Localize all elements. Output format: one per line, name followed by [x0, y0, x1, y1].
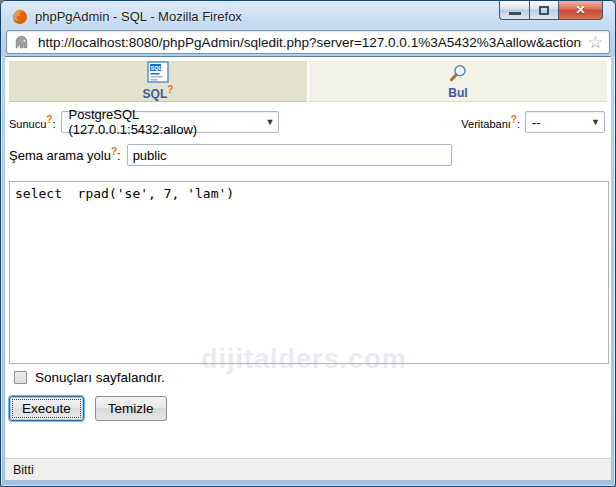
clear-button[interactable]: Temizle: [95, 396, 167, 421]
sql-query-textarea[interactable]: select rpad('se', 7, 'lam'): [9, 181, 609, 364]
window-title: phpPgAdmin - SQL - Mozilla Firefox: [35, 7, 242, 24]
minimize-button[interactable]: [499, 1, 529, 20]
server-database-row: Sunucu?: PostgreSQL (127.0.0.1:5432:allo…: [9, 110, 605, 134]
paginate-row: Sonuçları sayfalandır.: [14, 370, 165, 385]
phppgadmin-elephant-favicon: [13, 34, 30, 51]
database-select-value: --: [532, 115, 541, 130]
close-icon: ✕: [575, 3, 585, 17]
tab-sql-label: SQL?: [143, 84, 174, 101]
bookmark-star-icon[interactable]: ☆: [588, 34, 603, 51]
schema-label: Şema arama yolu?:: [9, 146, 121, 163]
schema-search-path-input[interactable]: [127, 144, 452, 166]
url-input[interactable]: [38, 32, 582, 52]
dropdown-arrow-icon: ▼: [256, 117, 275, 127]
window-controls: ✕: [499, 1, 603, 20]
sql-document-icon: SQL: [147, 61, 169, 83]
server-label: Sunucu?:: [9, 114, 55, 130]
status-bar: Bitti: [5, 458, 611, 480]
page-content: SQL SQL? Bul Sunucu?: PostgreSQL (127.: [5, 56, 611, 480]
schema-row: Şema arama yolu?:: [9, 143, 452, 167]
tab-find[interactable]: Bul: [309, 61, 607, 102]
database-select[interactable]: -- ▼: [525, 111, 605, 133]
tab-sql[interactable]: SQL SQL?: [9, 61, 307, 102]
sql-help-link[interactable]: ?: [167, 84, 173, 95]
database-label: Veritabanı?:: [461, 114, 520, 130]
minimize-icon: [509, 12, 521, 15]
button-row: Execute Temizle: [9, 396, 167, 421]
status-text: Bitti: [13, 463, 34, 477]
close-button[interactable]: ✕: [559, 1, 603, 20]
restore-icon: [539, 6, 549, 15]
tab-find-label: Bul: [448, 86, 467, 100]
paginate-checkbox[interactable]: [14, 371, 27, 384]
browser-window: phpPgAdmin - SQL - Mozilla Firefox ✕ ☆ S…: [0, 0, 616, 487]
url-bar[interactable]: ☆: [6, 30, 610, 54]
magnifier-icon: [447, 63, 469, 85]
maximize-button[interactable]: [529, 1, 559, 20]
browser-chrome: phpPgAdmin - SQL - Mozilla Firefox ✕ ☆: [1, 1, 615, 56]
execute-button[interactable]: Execute: [9, 396, 84, 421]
paginate-label: Sonuçları sayfalandır.: [35, 370, 165, 385]
svg-text:SQL: SQL: [151, 65, 163, 71]
server-select-value: PostgreSQL (127.0.0.1:5432:allow): [68, 107, 255, 137]
server-select[interactable]: PostgreSQL (127.0.0.1:5432:allow) ▼: [61, 111, 279, 133]
dropdown-arrow-icon: ▼: [581, 117, 600, 127]
firefox-icon: [11, 8, 28, 25]
tab-strip: SQL SQL? Bul: [9, 61, 607, 102]
